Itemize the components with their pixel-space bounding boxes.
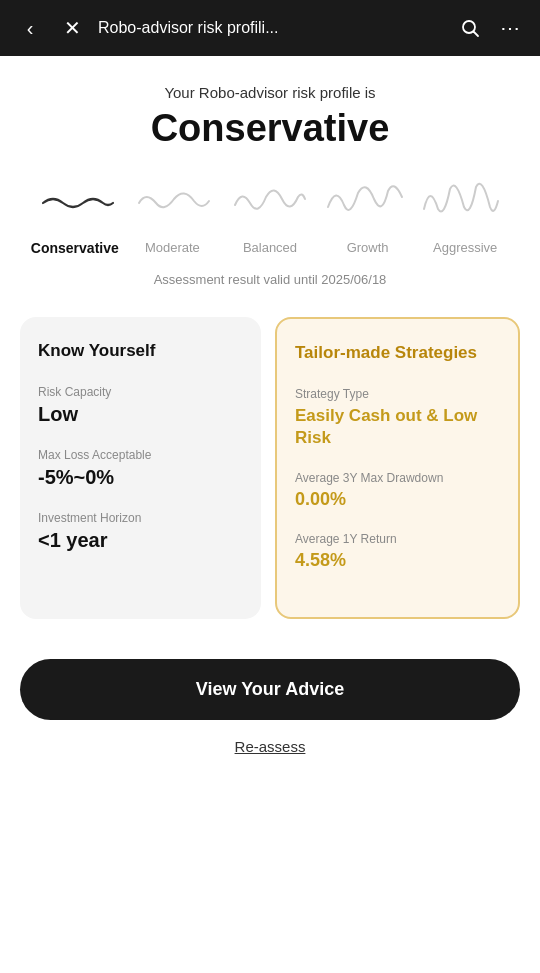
wave-conservative (30, 181, 126, 219)
profile-name: Conservative (20, 107, 520, 150)
max-loss-value: -5%~0% (38, 466, 243, 489)
risk-label-growth: Growth (319, 240, 417, 256)
main-content: Your Robo-advisor risk profile is Conser… (0, 56, 540, 795)
risk-capacity-label: Risk Capacity (38, 385, 243, 399)
tailor-made-title: Tailor-made Strategies (295, 343, 500, 363)
close-button[interactable]: ✕ (56, 12, 88, 44)
profile-subtitle: Your Robo-advisor risk profile is (20, 84, 520, 101)
tailor-made-card: Tailor-made Strategies Strategy Type Eas… (275, 317, 520, 619)
wave-growth (318, 181, 414, 219)
wave-balanced (222, 181, 318, 219)
valid-until-text: Assessment result valid until 2025/06/18 (20, 272, 520, 287)
risk-label-balanced: Balanced (221, 240, 319, 256)
max-loss-label: Max Loss Acceptable (38, 448, 243, 462)
reassess-button[interactable]: Re-assess (20, 738, 520, 755)
info-cards: Know Yourself Risk Capacity Low Max Loss… (20, 317, 520, 619)
know-yourself-card: Know Yourself Risk Capacity Low Max Loss… (20, 317, 261, 619)
avg-drawdown-label: Average 3Y Max Drawdown (295, 471, 500, 485)
investment-horizon-label: Investment Horizon (38, 511, 243, 525)
search-button[interactable] (454, 12, 486, 44)
strategy-type-label: Strategy Type (295, 387, 500, 401)
avg-return-value: 4.58% (295, 550, 500, 571)
risk-label-conservative: Conservative (26, 240, 124, 256)
strategy-type-value: Easily Cash out & Low Risk (295, 405, 500, 449)
risk-label-aggressive: Aggressive (416, 240, 514, 256)
risk-capacity-value: Low (38, 403, 243, 426)
svg-line-1 (474, 32, 479, 37)
avg-return-label: Average 1Y Return (295, 532, 500, 546)
more-button[interactable]: ⋯ (494, 12, 526, 44)
view-advice-button[interactable]: View Your Advice (20, 659, 520, 720)
avg-drawdown-value: 0.00% (295, 489, 500, 510)
wave-aggressive (414, 181, 510, 219)
wave-chart (20, 170, 520, 230)
risk-level-labels: Conservative Moderate Balanced Growth Ag… (20, 240, 520, 256)
wave-moderate (126, 181, 222, 219)
nav-actions: ⋯ (454, 12, 526, 44)
investment-horizon-value: <1 year (38, 529, 243, 552)
risk-label-moderate: Moderate (124, 240, 222, 256)
back-button[interactable]: ‹ (14, 12, 46, 44)
know-yourself-title: Know Yourself (38, 341, 243, 361)
nav-title: Robo-advisor risk profili... (98, 19, 444, 37)
nav-bar: ‹ ✕ Robo-advisor risk profili... ⋯ (0, 0, 540, 56)
